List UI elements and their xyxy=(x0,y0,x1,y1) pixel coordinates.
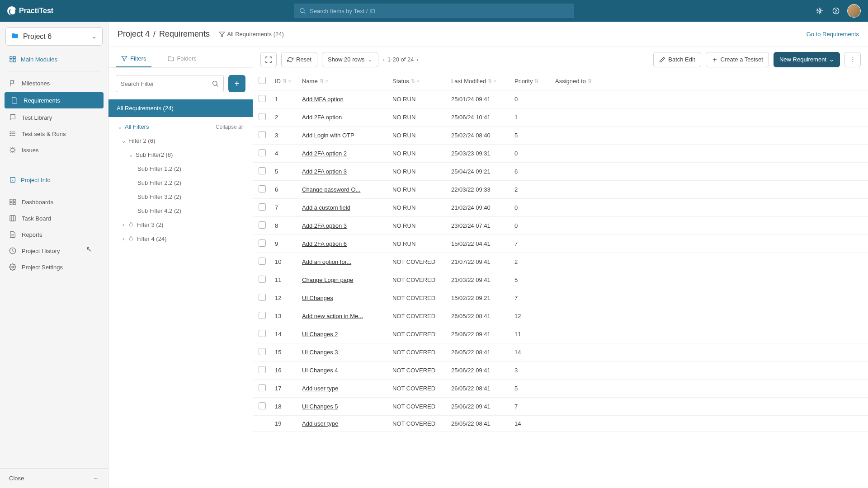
row-checkbox[interactable] xyxy=(259,258,266,265)
filter-tree-item[interactable]: Sub Filter 2.2 (2) xyxy=(108,176,253,190)
column-assigned[interactable]: Assigned to xyxy=(555,78,586,84)
filter-tree-item[interactable]: ⌄Sub Filter2 (8) xyxy=(108,148,253,162)
requirement-link[interactable]: UI Changes 5 xyxy=(302,403,338,410)
row-checkbox[interactable] xyxy=(259,384,266,391)
project-selector[interactable]: Project 6 ⌄ xyxy=(5,27,103,46)
filter-search[interactable] xyxy=(116,75,224,92)
table-row[interactable]: 11Change Login pageNOT COVERED21/03/22 0… xyxy=(253,271,868,289)
tab-filters[interactable]: Filters xyxy=(116,51,151,67)
table-row[interactable]: 6Change password O...NO RUN22/03/22 09:3… xyxy=(253,181,868,199)
user-avatar[interactable] xyxy=(847,4,861,18)
requirement-link[interactable]: Add 2FA option 2 xyxy=(302,150,347,157)
filter-tree-item[interactable]: ›Filter 4 (24) xyxy=(108,232,253,246)
filter-tree-item[interactable]: Sub Filter 3.2 (2) xyxy=(108,190,253,204)
sidebar-item-project-settings[interactable]: Project Settings xyxy=(0,259,108,275)
all-filters-toggle[interactable]: ⌄ All Filters Collapse all xyxy=(108,120,253,134)
requirement-link[interactable]: UI Changes 3 xyxy=(302,349,338,356)
requirement-link[interactable]: Add new action in Me... xyxy=(302,313,363,319)
sidebar-item-dashboards[interactable]: Dashboards xyxy=(0,194,108,210)
sidebar-item-reports[interactable]: Reports xyxy=(0,226,108,243)
filter-icon[interactable]: ▿ xyxy=(326,78,328,84)
row-checkbox[interactable] xyxy=(259,149,266,156)
breadcrumb-filter[interactable]: All Requirements (24) xyxy=(219,31,284,38)
add-filter-button[interactable]: + xyxy=(228,75,245,92)
reset-button[interactable]: Reset xyxy=(281,52,317,67)
collapse-all-link[interactable]: Collapse all xyxy=(216,124,244,130)
table-row[interactable]: 10Add an option for...NOT COVERED21/07/2… xyxy=(253,253,868,271)
requirement-link[interactable]: Change password O... xyxy=(302,186,360,193)
row-checkbox[interactable] xyxy=(259,294,266,301)
requirement-link[interactable]: Add an option for... xyxy=(302,258,351,265)
requirement-link[interactable]: Add MFA option xyxy=(302,96,344,103)
row-checkbox[interactable] xyxy=(259,239,266,247)
table-row[interactable]: 3Add Login with OTPNO RUN25/02/24 08:405 xyxy=(253,127,868,145)
table-row[interactable]: 17Add user typeNOT COVERED26/05/22 08:41… xyxy=(253,380,868,398)
row-checkbox[interactable] xyxy=(259,402,266,409)
global-search[interactable] xyxy=(294,4,574,18)
column-name[interactable]: Name xyxy=(302,78,318,84)
sort-icon[interactable]: ⇅ xyxy=(283,78,287,84)
row-checkbox[interactable] xyxy=(259,312,266,319)
table-row[interactable]: 9Add 2FA option 6NO RUN15/02/22 04:417 xyxy=(253,235,868,253)
sidebar-item-task-board[interactable]: Task Board xyxy=(0,210,108,226)
requirement-link[interactable]: Add 2FA option 6 xyxy=(302,240,347,247)
requirement-link[interactable]: Add 2FA option xyxy=(302,114,342,121)
page-next[interactable]: › xyxy=(417,56,419,63)
filter-tree-item[interactable]: ›Filter 3 (2) xyxy=(108,218,253,232)
sort-icon[interactable]: ⇅ xyxy=(488,78,492,84)
row-checkbox[interactable] xyxy=(259,131,266,138)
row-checkbox[interactable] xyxy=(259,167,266,174)
row-checkbox[interactable] xyxy=(259,330,266,337)
filter-search-input[interactable] xyxy=(121,80,208,87)
new-requirement-button[interactable]: New Requirement ⌄ xyxy=(774,52,840,67)
table-row[interactable]: 16UI Changes 4NOT COVERED25/06/22 09:413 xyxy=(253,361,868,380)
table-row[interactable]: 18UI Changes 5NOT COVERED25/06/22 09:417 xyxy=(253,398,868,416)
filter-tree-item[interactable]: Sub Filter 4.2 (2) xyxy=(108,204,253,218)
column-status[interactable]: Status xyxy=(392,78,409,84)
batch-edit-button[interactable]: Batch Edit xyxy=(653,52,701,67)
table-row[interactable]: 8Add 2FA option 3NO RUN23/02/24 07:410 xyxy=(253,217,868,235)
sidebar-item-requirements[interactable]: Requirements xyxy=(5,92,104,108)
requirement-link[interactable]: UI Changes xyxy=(302,295,333,301)
requirement-link[interactable]: UI Changes 4 xyxy=(302,367,338,374)
sort-icon[interactable]: ⇅ xyxy=(411,78,415,84)
page-prev[interactable]: ‹ xyxy=(383,56,385,63)
sort-icon[interactable]: ⇅ xyxy=(534,78,538,84)
row-checkbox[interactable] xyxy=(259,348,266,355)
table-row[interactable]: 7Add a custom fieldNO RUN21/02/24 09:400 xyxy=(253,199,868,217)
row-checkbox[interactable] xyxy=(259,276,266,283)
requirement-link[interactable]: Change Login page xyxy=(302,277,354,283)
sort-icon[interactable]: ⇅ xyxy=(320,78,324,84)
table-row[interactable]: 19Add user typeNOT COVERED26/05/22 08:41… xyxy=(253,416,868,432)
filter-icon[interactable]: ▿ xyxy=(494,78,496,84)
row-checkbox[interactable] xyxy=(259,185,266,192)
column-modified[interactable]: Last Modified xyxy=(451,78,486,84)
sidebar-item-milestones[interactable]: Milestones xyxy=(0,75,108,91)
table-row[interactable]: 15UI Changes 3NOT COVERED26/05/22 08:411… xyxy=(253,343,868,361)
table-row[interactable]: 4Add 2FA option 2NO RUN25/03/23 09:310 xyxy=(253,145,868,163)
sidebar-item-test-sets-runs[interactable]: Test sets & Runs xyxy=(0,126,108,142)
column-id[interactable]: ID xyxy=(275,78,281,84)
requirement-link[interactable]: UI Changes 2 xyxy=(302,331,338,338)
filter-icon[interactable]: ▿ xyxy=(417,78,420,84)
row-checkbox[interactable] xyxy=(259,95,266,102)
row-checkbox[interactable] xyxy=(259,366,266,373)
select-all-checkbox[interactable] xyxy=(259,77,266,84)
settings-icon[interactable] xyxy=(815,6,825,16)
table-row[interactable]: 5Add 2FA option 3NO RUN25/04/24 09:216 xyxy=(253,163,868,181)
logo[interactable]: PractiTest xyxy=(7,6,53,15)
table-row[interactable]: 2Add 2FA optionNO RUN25/06/24 10:411 xyxy=(253,108,868,127)
sidebar-item-test-library[interactable]: Test Library xyxy=(0,109,108,126)
requirement-link[interactable]: Add 2FA option 3 xyxy=(302,222,347,229)
row-checkbox[interactable] xyxy=(259,221,266,229)
table-row[interactable]: 13Add new action in Me...NOT COVERED26/0… xyxy=(253,307,868,325)
table-row[interactable]: 1Add MFA optionNO RUN25/01/24 09:410 xyxy=(253,90,868,108)
sort-icon[interactable]: ⇅ xyxy=(588,78,592,84)
row-checkbox[interactable] xyxy=(259,203,266,211)
project-info-header[interactable]: Project Info xyxy=(0,172,108,188)
more-options-button[interactable]: ⋮ xyxy=(844,52,861,67)
requirement-link[interactable]: Add 2FA option 3 xyxy=(302,168,347,175)
requirement-link[interactable]: Add user type xyxy=(302,420,338,427)
table-row[interactable]: 12UI ChangesNOT COVERED15/02/22 09:217 xyxy=(253,289,868,307)
sidebar-item-issues[interactable]: Issues xyxy=(0,142,108,158)
